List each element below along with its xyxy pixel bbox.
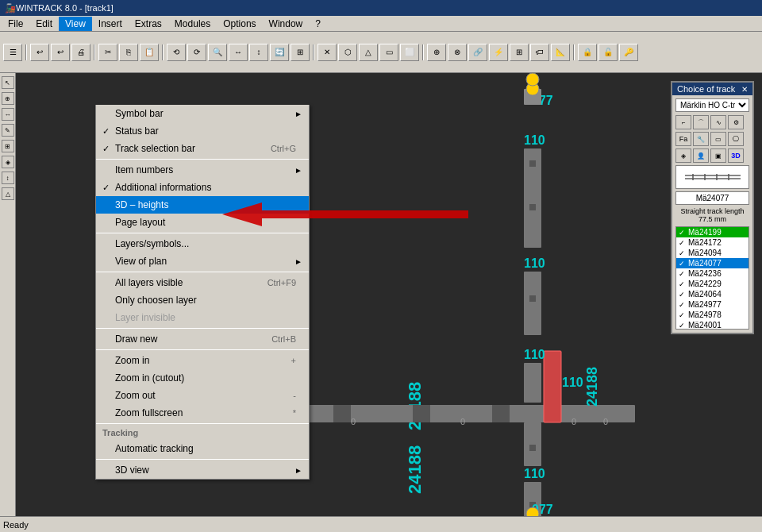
track-icon-3d[interactable]: 3D xyxy=(728,148,744,163)
menu-label-3d-view: 3D view xyxy=(115,465,272,476)
menu-file[interactable]: File xyxy=(2,17,29,31)
menu-entry-draw-new[interactable]: Draw newCtrl+B xyxy=(96,330,309,348)
menu-entry-automatic-tracking[interactable]: Automatic tracking xyxy=(96,440,309,457)
menu-entry-3d-heights[interactable]: 3D – heights xyxy=(96,196,309,214)
toolbar-btn-17[interactable]: △ xyxy=(359,44,378,61)
toolbar-btn-23[interactable]: ⚡ xyxy=(489,44,508,61)
menu-edit[interactable]: Edit xyxy=(29,17,59,31)
menu-entry-layers-symbols[interactable]: Layers/symbols... xyxy=(96,235,309,253)
menu-entry-track-selection-bar[interactable]: ✓Track selection barCtrl+G xyxy=(96,140,309,157)
menu-label-item-numbers: Item numbers xyxy=(115,164,272,175)
menu-entry-layer-invisible: Layer invisible xyxy=(96,309,309,326)
track-icon-gear[interactable]: ⚙ xyxy=(728,115,744,129)
track-icon-rect[interactable]: ▭ xyxy=(710,132,726,146)
menu-extras[interactable]: Extras xyxy=(129,17,168,31)
toolbar-btn-1[interactable]: ☰ xyxy=(3,44,22,61)
track-list-item-ma24094[interactable]: ✓Mä24094 xyxy=(676,248,749,258)
toolbar-btn-15[interactable]: ✕ xyxy=(318,44,337,61)
toolbar-btn-29[interactable]: 🔑 xyxy=(619,44,638,61)
toolbar-btn-19[interactable]: ⬜ xyxy=(400,44,419,61)
track-icon-wrench[interactable]: 🔧 xyxy=(693,132,709,146)
track-list-item-ma24172[interactable]: ✓Mä24172 xyxy=(676,237,749,248)
menu-options[interactable]: Options xyxy=(217,17,262,31)
track-icon-person[interactable]: 👤 xyxy=(693,148,709,163)
menu-entry-additional-informations[interactable]: ✓Additional informations xyxy=(96,179,309,196)
menu-divider xyxy=(96,349,309,350)
menu-entry-view-of-plan[interactable]: View of plan► xyxy=(96,253,309,270)
menu-insert[interactable]: Insert xyxy=(92,17,129,31)
toolbar-btn-6[interactable]: ⎘ xyxy=(119,44,138,61)
track-icon-screen[interactable]: 🖵 xyxy=(728,132,744,146)
toolbar-btn-24[interactable]: ⊞ xyxy=(510,44,529,61)
menu-entry-zoom-out[interactable]: Zoom out- xyxy=(96,387,309,404)
toolbar-btn-22[interactable]: 🔗 xyxy=(468,44,487,61)
toolbar-btn-8[interactable]: ⟲ xyxy=(167,44,186,61)
track-icon-grid[interactable]: ▣ xyxy=(710,148,726,163)
toolbar-btn-18[interactable]: ▭ xyxy=(379,44,398,61)
menu-view[interactable]: View xyxy=(59,17,92,31)
choice-panel-close-button[interactable]: ✕ xyxy=(741,85,748,94)
toolbar-btn-16[interactable]: ⬡ xyxy=(338,44,357,61)
canvas-area[interactable]: 077 110 24188 24188 24188 xyxy=(16,73,762,516)
toolbar-btn-27[interactable]: 🔒 xyxy=(578,44,597,61)
menu-modules[interactable]: Modules xyxy=(168,17,217,31)
track-list-item-ma24977[interactable]: ✓Mä24977 xyxy=(676,299,749,310)
menu-entry-zoom-in[interactable]: Zoom in+ xyxy=(96,352,309,369)
sidebar-tool-6[interactable]: ◈ xyxy=(2,156,14,168)
track-icon-straight[interactable]: ⌐ xyxy=(675,115,691,129)
menu-entry-zoom-in-cutout[interactable]: Zoom in (cutout) xyxy=(96,369,309,387)
menu-window[interactable]: Window xyxy=(263,17,310,31)
toolbar-btn-25[interactable]: 🏷 xyxy=(530,44,549,61)
track-item-check-ma24199: ✓ xyxy=(679,229,688,237)
toolbar-btn-21[interactable]: ⊗ xyxy=(448,44,467,61)
menu-entry-item-numbers[interactable]: Item numbers► xyxy=(96,161,309,179)
track-list-item-ma24229[interactable]: ✓Mä24229 xyxy=(676,279,749,289)
sidebar-tool-4[interactable]: ✎ xyxy=(2,124,14,137)
track-list-item-ma24199[interactable]: ✓Mä24199 xyxy=(676,227,749,237)
track-list-item-ma24001[interactable]: ✓Mä24001 xyxy=(676,320,749,330)
track-list-item-ma24064[interactable]: ✓Mä24064 xyxy=(676,289,749,299)
track-list-item-ma24077[interactable]: ✓Mä24077 xyxy=(676,258,749,268)
toolbar-btn-13[interactable]: 🔄 xyxy=(270,44,289,61)
sidebar-tool-2[interactable]: ⊕ xyxy=(2,92,14,105)
toolbar-btn-7[interactable]: 📋 xyxy=(140,44,159,61)
menu-entry-symbol-bar[interactable]: Symbol bar► xyxy=(96,105,309,122)
toolbar-btn-2[interactable]: ↩ xyxy=(30,44,49,61)
sidebar-tool-1[interactable]: ↖ xyxy=(2,76,14,89)
track-list-item-ma24236[interactable]: ✓Mä24236 xyxy=(676,268,749,279)
track-icon-curve2[interactable]: ∿ xyxy=(710,115,726,129)
toolbar-btn-5[interactable]: ✂ xyxy=(98,44,117,61)
sidebar-tool-7[interactable]: ↕ xyxy=(2,172,14,184)
toolbar-btn-4[interactable]: 🖨 xyxy=(71,44,90,61)
track-list-item-ma24978[interactable]: ✓Mä24978 xyxy=(676,310,749,320)
menu-entry-zoom-fullscreen[interactable]: Zoom fullscreen* xyxy=(96,404,309,422)
track-type-dropdown[interactable]: Märklin HO C-tra xyxy=(675,98,749,112)
toolbar-btn-20[interactable]: ⊕ xyxy=(427,44,446,61)
menu-entry-page-layout[interactable]: Page layout xyxy=(96,214,309,231)
toolbar-btn-11[interactable]: ↔ xyxy=(229,44,248,61)
sidebar-tool-5[interactable]: ⊞ xyxy=(2,140,14,152)
toolbar-btn-12[interactable]: ↕ xyxy=(249,44,268,61)
track-icon-curve[interactable]: ⌒ xyxy=(693,115,709,129)
menu-entry-3d-view[interactable]: 3D view► xyxy=(96,461,309,479)
svg-text:110: 110 xyxy=(562,376,583,389)
toolbar-btn-10[interactable]: 🔍 xyxy=(208,44,227,61)
toolbar-btn-28[interactable]: 🔓 xyxy=(598,44,618,61)
track-list[interactable]: ✓Mä24199✓Mä24172✓Mä24094✓Mä24077✓Mä24236… xyxy=(675,226,749,330)
track-item-label-ma24236: Mä24236 xyxy=(688,269,722,278)
menu-entry-status-bar[interactable]: ✓Status bar xyxy=(96,122,309,140)
track-icon-diamond[interactable]: ◈ xyxy=(675,148,691,163)
menu-entry-only-choosen-layer[interactable]: Only choosen layer xyxy=(96,291,309,309)
menu-help[interactable]: ? xyxy=(309,17,327,31)
sidebar-tool-8[interactable]: △ xyxy=(2,187,14,200)
toolbar-btn-14[interactable]: ⊞ xyxy=(291,44,310,61)
title-bar: 🚂 WINTRACK 8.0 - [track1] xyxy=(0,0,762,16)
title-text: WINTRACK 8.0 - [track1] xyxy=(16,3,114,13)
menu-entry-all-layers-visible[interactable]: All layers visibleCtrl+F9 xyxy=(96,274,309,291)
sidebar-tool-3[interactable]: ↔ xyxy=(2,108,14,121)
track-icon-fa[interactable]: Fa xyxy=(675,132,691,146)
track-item-label-ma24199: Mä24199 xyxy=(688,228,722,237)
toolbar-btn-26[interactable]: 📐 xyxy=(551,44,570,61)
toolbar-btn-9[interactable]: ⟳ xyxy=(187,44,206,61)
toolbar-btn-3[interactable]: ↩ xyxy=(51,44,70,61)
